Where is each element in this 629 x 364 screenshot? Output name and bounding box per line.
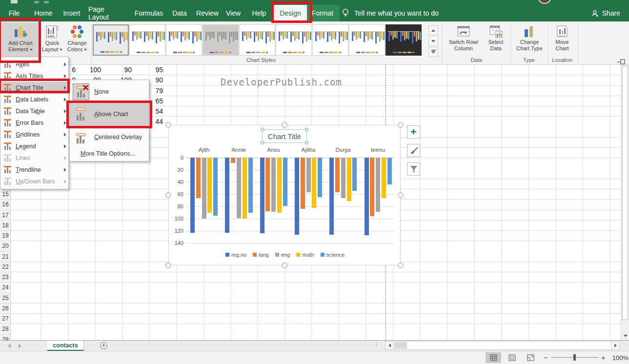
menu-item-data-table[interactable]: Data Table <box>0 105 68 117</box>
chart-style-thumbnail-9[interactable] <box>386 24 422 56</box>
change-chart-type-button[interactable]: Change Chart Type <box>512 22 547 61</box>
legend-item-math[interactable]: math <box>296 252 314 258</box>
scroll-left-button[interactable] <box>386 342 394 349</box>
normal-view-button[interactable] <box>486 352 501 363</box>
chart-style-thumbnail-8[interactable] <box>349 24 385 56</box>
row-header-25[interactable]: 25 <box>0 293 11 303</box>
legend-item-science[interactable]: science <box>321 252 345 258</box>
gallery-more-button[interactable] <box>428 47 438 57</box>
menu-item-axis-titles[interactable]: Axis Titles <box>0 70 68 82</box>
row-header-21[interactable]: 21 <box>0 252 11 262</box>
ribbon-tab-design[interactable]: Design <box>274 5 307 21</box>
horizontal-scrollbar-thumb[interactable] <box>394 342 407 349</box>
change-colors-button[interactable]: Change Colors <box>64 22 90 61</box>
move-chart-button[interactable]: Move Chart <box>548 22 576 61</box>
row-header-22[interactable]: 22 <box>0 262 11 272</box>
sheet-nav-left-icon[interactable] <box>8 344 11 348</box>
submenu-item-centered-overlay[interactable]: Centered Overlay <box>70 126 149 148</box>
add-chart-element-button[interactable]: Add Chart Element <box>1 22 40 61</box>
ribbon-tab-view[interactable]: View <box>224 5 242 21</box>
ribbon-tab-formulas[interactable]: Formulas <box>135 5 163 21</box>
page-break-view-button[interactable] <box>523 352 538 363</box>
chart-selection-handle[interactable] <box>398 193 404 198</box>
legend-item-eng[interactable]: eng <box>275 252 290 258</box>
menu-item-data-labels[interactable]: Data Labels <box>0 94 68 105</box>
row-header-18[interactable]: 18 <box>0 221 11 231</box>
sheet-tab-contacts[interactable]: contacts <box>47 341 84 351</box>
tell-me-box[interactable]: Tell me what you want to do <box>342 5 439 21</box>
quick-access-save-icon[interactable] <box>34 1 39 3</box>
user-avatar[interactable] <box>538 0 551 4</box>
chart-style-thumbnail-7[interactable] <box>312 24 348 56</box>
chart-selection-handle[interactable] <box>398 122 404 128</box>
row-header-23[interactable]: 23 <box>0 272 11 283</box>
select-data-button[interactable]: Select Data <box>483 22 508 61</box>
chart-filters-button[interactable] <box>407 162 420 176</box>
submenu-item-above-chart[interactable]: Above Chart <box>70 102 149 126</box>
row-header-27[interactable]: 27 <box>0 314 11 324</box>
page-layout-view-button[interactable] <box>504 352 520 363</box>
row-header-17[interactable]: 17 <box>0 210 11 221</box>
legend-item-lang[interactable]: lang <box>253 252 269 258</box>
scroll-right-button[interactable] <box>611 342 619 349</box>
ribbon-tab-help[interactable]: Help <box>251 5 267 21</box>
chart-selection-handle[interactable] <box>282 122 287 128</box>
scroll-down-button[interactable] <box>621 332 629 340</box>
chart-style-thumbnail-5[interactable] <box>239 24 275 56</box>
chart-selection-handle[interactable] <box>398 263 404 268</box>
gallery-scroll-down-button[interactable] <box>428 36 438 46</box>
chart-title-box[interactable]: Chart Title <box>262 129 307 143</box>
menu-item-axes[interactable]: Axes <box>0 59 68 70</box>
chart-legend[interactable]: reg.nolangengmathscience <box>169 252 401 258</box>
chart-selection-handle[interactable] <box>166 263 171 268</box>
zoom-out-button[interactable]: − <box>544 354 548 361</box>
ribbon-tab-insert[interactable]: Insert <box>61 5 82 21</box>
submenu-item-none[interactable]: None <box>70 81 149 102</box>
chart-elements-button[interactable]: + <box>407 125 420 139</box>
tab-scroll-splitter[interactable] <box>376 342 377 347</box>
switch-row-column-button[interactable]: Switch Row/ Column <box>445 22 482 61</box>
share-button[interactable]: Share <box>591 5 620 21</box>
ribbon-tab-review[interactable]: Review <box>196 5 219 21</box>
row-header-19[interactable]: 19 <box>0 231 11 241</box>
legend-item-regno[interactable]: reg.no <box>225 252 246 258</box>
row-header-24[interactable]: 24 <box>0 283 11 293</box>
ribbon-tab-format[interactable]: Format <box>309 5 336 21</box>
horizontal-scrollbar[interactable] <box>385 341 620 350</box>
menu-item-chart-title[interactable]: Chart Title <box>0 82 68 94</box>
zoom-level[interactable]: 100% <box>609 354 629 362</box>
chart-style-thumbnail-2[interactable] <box>129 24 165 56</box>
ribbon-tab-home[interactable]: Home <box>33 5 54 21</box>
new-sheet-button[interactable]: + <box>100 342 107 349</box>
chart-style-thumbnail-3[interactable] <box>166 24 202 56</box>
menu-item-legend[interactable]: Legend <box>0 141 68 152</box>
vertical-scrollbar-thumb[interactable] <box>622 66 628 320</box>
gallery-scroll-up-button[interactable] <box>428 25 438 35</box>
vertical-scrollbar[interactable] <box>621 65 629 340</box>
ribbon-tab-file[interactable]: File <box>6 5 22 21</box>
row-header-20[interactable]: 20 <box>0 241 11 251</box>
zoom-in-button[interactable]: + <box>601 354 606 361</box>
chart-selection-handle[interactable] <box>282 263 287 268</box>
menu-item-error-bars[interactable]: Error Bars <box>0 117 68 129</box>
quick-access-undo-icon[interactable] <box>44 1 49 3</box>
chart-style-thumbnail-6[interactable] <box>276 24 312 56</box>
chart-style-thumbnail-4[interactable] <box>203 24 239 56</box>
sheet-nav-right-icon[interactable] <box>19 344 21 348</box>
row-header-26[interactable]: 26 <box>0 303 11 314</box>
row-header-28[interactable]: 28 <box>0 324 11 334</box>
chart-style-button[interactable] <box>407 144 420 157</box>
ribbon-tab-page-layout[interactable]: Page Layout <box>88 5 126 21</box>
row-header-16[interactable]: 16 <box>0 200 11 210</box>
row-header-15[interactable]: 15 <box>0 189 11 200</box>
chart-selection-handle[interactable] <box>166 122 171 128</box>
title-handle[interactable] <box>305 128 308 131</box>
menu-item-trendline[interactable]: Trendline <box>0 164 68 176</box>
submenu-item-more-title-options[interactable]: More Title Options... <box>70 148 149 160</box>
chart-object[interactable]: Chart Title 020406080100120140AjithAnnie… <box>168 125 401 265</box>
chart-style-thumbnail-1[interactable] <box>93 24 129 56</box>
ribbon-tab-data[interactable]: Data <box>171 5 188 21</box>
chart-selection-handle[interactable] <box>166 193 171 198</box>
title-handle[interactable] <box>305 141 308 144</box>
menu-item-gridlines[interactable]: Gridlines <box>0 129 68 141</box>
